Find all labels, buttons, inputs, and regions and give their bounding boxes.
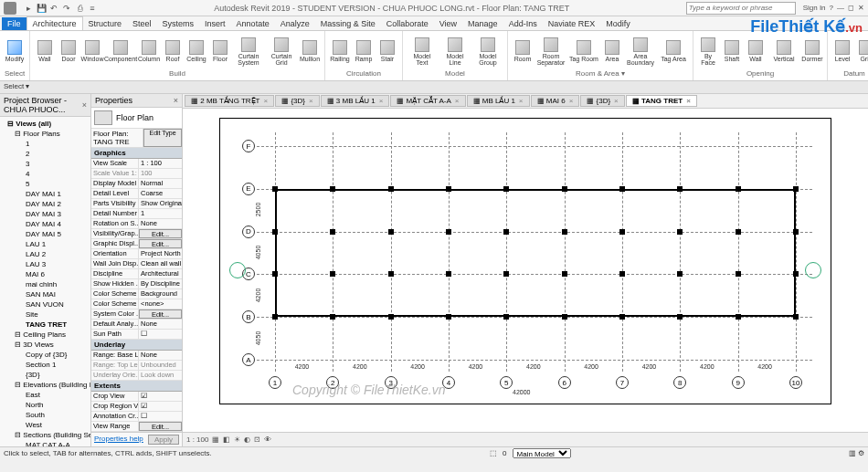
- tool-vertical[interactable]: Vertical: [768, 33, 799, 69]
- ribbon-tab-modify[interactable]: Modify: [600, 17, 636, 30]
- close-tab-icon[interactable]: ×: [455, 97, 460, 105]
- status-options-icon[interactable]: ⚙: [858, 449, 864, 457]
- view-tab[interactable]: ▦ TANG TRET×: [626, 95, 697, 107]
- detail-level-icon[interactable]: ▦: [212, 435, 219, 444]
- tool-curtaingrid[interactable]: Curtain Grid: [266, 33, 297, 69]
- ribbon-tab-structure[interactable]: Structure: [83, 17, 128, 30]
- tool-stair[interactable]: Stair: [376, 33, 398, 69]
- tool-wall[interactable]: Wall: [34, 33, 56, 69]
- close-browser-icon[interactable]: ×: [82, 100, 87, 110]
- tool-level[interactable]: Level: [831, 33, 853, 69]
- tool-wall[interactable]: Wall: [745, 33, 767, 69]
- close-tab-icon[interactable]: ×: [379, 97, 384, 105]
- ribbon-tab-addins[interactable]: Add-Ins: [503, 17, 543, 30]
- shadows-icon[interactable]: ◐: [244, 435, 250, 444]
- view-tab[interactable]: ▦ MAI 6×: [531, 95, 580, 107]
- help-icon[interactable]: ?: [830, 4, 833, 12]
- project-browser-tree[interactable]: ⊟ Views (all)⊟ Floor Plans12345DAY MAI 1…: [0, 117, 90, 446]
- ribbon-tab-insert[interactable]: Insert: [199, 17, 231, 30]
- prop-row[interactable]: Color Scheme<none>: [91, 299, 182, 309]
- close-tab-icon[interactable]: ×: [519, 97, 524, 105]
- ribbon-tab-manage[interactable]: Manage: [462, 17, 503, 30]
- tree-item[interactable]: ⊟ Sections (Building Section: [2, 430, 89, 440]
- close-icon[interactable]: ✕: [858, 4, 864, 12]
- tool-areaboundary[interactable]: Area Boundary: [625, 33, 656, 69]
- prop-row[interactable]: Detail LevelCoarse: [91, 189, 182, 199]
- prop-row[interactable]: View Scale1 : 100: [91, 159, 182, 169]
- ribbon-tab-annotate[interactable]: Annotate: [231, 17, 275, 30]
- ribbon-tab-systems[interactable]: Systems: [157, 17, 200, 30]
- prop-row[interactable]: View RangeEdit...: [91, 422, 182, 432]
- prop-row[interactable]: Visibility/Grap...Edit...: [91, 229, 182, 239]
- prop-section-header[interactable]: Graphics: [91, 148, 182, 159]
- prop-row[interactable]: Scale Value 1:100: [91, 169, 182, 179]
- prop-row[interactable]: Range: Top Le...Unbounded: [91, 361, 182, 371]
- close-props-icon[interactable]: ×: [174, 96, 178, 105]
- tree-item[interactable]: North: [2, 400, 89, 410]
- prop-row[interactable]: Default Analy...None: [91, 320, 182, 330]
- tree-item[interactable]: Site: [2, 309, 89, 320]
- ribbon-tab-naviaterex[interactable]: Naviate REX: [543, 17, 601, 30]
- tool-mullion[interactable]: Mullion: [299, 33, 321, 69]
- tool-dormer[interactable]: Dormer: [801, 33, 823, 69]
- tool-modeltext[interactable]: Model Text: [407, 33, 438, 69]
- tree-item[interactable]: SAN VUON: [2, 299, 89, 309]
- hide-isolate-icon[interactable]: 👁: [264, 435, 271, 444]
- prop-row[interactable]: Sun Path☐: [91, 330, 182, 340]
- tree-item[interactable]: {3D}: [2, 370, 89, 380]
- prop-row[interactable]: Crop View☑: [91, 392, 182, 402]
- tree-item[interactable]: LAU 3: [2, 259, 89, 269]
- visual-style-icon[interactable]: ◧: [223, 435, 230, 444]
- tree-item[interactable]: DAY MAI 2: [2, 199, 89, 209]
- tool-column[interactable]: Column: [138, 33, 160, 69]
- tree-item[interactable]: ⊟ Floor Plans: [2, 129, 89, 139]
- tree-item[interactable]: 1: [2, 139, 89, 149]
- help-search-input[interactable]: [686, 2, 796, 15]
- tree-item[interactable]: ⊟ Views (all): [2, 119, 89, 129]
- tool-modelgroup[interactable]: Model Group: [472, 33, 503, 69]
- properties-type-selector[interactable]: Floor Plan: [91, 108, 182, 129]
- tree-item[interactable]: 4: [2, 169, 89, 179]
- close-tab-icon[interactable]: ×: [614, 97, 619, 105]
- view-tab[interactable]: ▦ {3D}×: [275, 95, 319, 107]
- ribbon-tab-view[interactable]: View: [434, 17, 462, 30]
- tree-item[interactable]: 5: [2, 179, 89, 189]
- tree-item[interactable]: DAY MAI 4: [2, 219, 89, 229]
- close-tab-icon[interactable]: ×: [569, 97, 574, 105]
- tree-item[interactable]: TANG TRET: [2, 320, 89, 330]
- ribbon-tab-collaborate[interactable]: Collaborate: [381, 17, 434, 30]
- tree-item[interactable]: DAY MAI 3: [2, 209, 89, 219]
- prop-row[interactable]: Graphic Displ...Edit...: [91, 239, 182, 249]
- tree-item[interactable]: East: [2, 390, 89, 400]
- tool-byface[interactable]: By Face: [697, 33, 719, 69]
- prop-row[interactable]: Color Scheme ...Background: [91, 289, 182, 299]
- tool-grid[interactable]: Grid: [855, 33, 868, 69]
- prop-row[interactable]: OrientationProject North: [91, 249, 182, 259]
- app-menu-button[interactable]: [4, 2, 16, 15]
- tree-item[interactable]: MAT CAT A-A: [2, 440, 89, 446]
- viewport[interactable]: ABCDEF1234567891042004200420042004200420…: [183, 109, 868, 432]
- ribbon-tab-analyze[interactable]: Analyze: [275, 17, 315, 30]
- crop-icon[interactable]: ⊡: [254, 435, 260, 444]
- prop-row[interactable]: Rotation on S...None: [91, 219, 182, 229]
- prop-row[interactable]: DisciplineArchitectural: [91, 269, 182, 279]
- ribbon-tab-architecture[interactable]: Architecture: [26, 16, 83, 30]
- view-tab[interactable]: ▦ 3 MB LẦU 1×: [321, 95, 390, 107]
- workset-selector[interactable]: Main Model: [513, 448, 571, 458]
- qat-redo-icon[interactable]: ↷: [61, 3, 72, 14]
- tool-tagarea[interactable]: Tag Area: [658, 33, 689, 69]
- selection-count-icon[interactable]: ⬚: [490, 449, 497, 457]
- tree-item[interactable]: LAU 1: [2, 239, 89, 249]
- filter-icon[interactable]: ▥: [849, 449, 856, 457]
- prop-row[interactable]: Display ModelNormal: [91, 179, 182, 189]
- tool-floor[interactable]: Floor: [209, 33, 231, 69]
- instance-selector[interactable]: Floor Plan: TANG TRE: [91, 129, 143, 147]
- tree-item[interactable]: DAY MAI 1: [2, 189, 89, 199]
- ribbon-tab-steel[interactable]: Steel: [127, 17, 157, 30]
- view-tab[interactable]: ▦ MB LẦU 1×: [467, 95, 530, 107]
- view-tab[interactable]: ▦ 2 MB TẦNG TRỆT×: [185, 95, 274, 107]
- qat-undo-icon[interactable]: ↶: [48, 3, 59, 14]
- tool-railing[interactable]: Railing: [329, 33, 351, 69]
- view-tab[interactable]: ▦ MẶT CẮT A-A×: [390, 95, 465, 107]
- tree-item[interactable]: 3: [2, 159, 89, 169]
